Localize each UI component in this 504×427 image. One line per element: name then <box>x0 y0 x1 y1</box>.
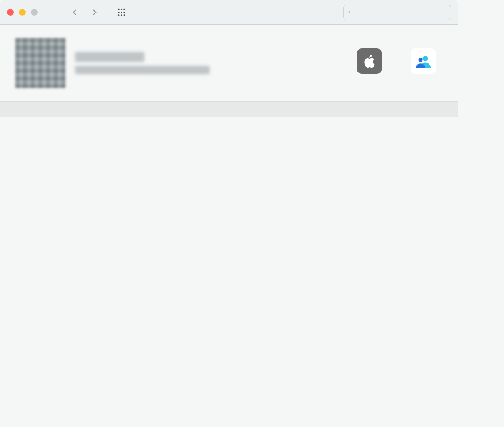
svg-point-3 <box>118 11 120 13</box>
svg-point-12 <box>418 57 422 62</box>
pref-grid-bottom <box>0 117 458 133</box>
svg-point-1 <box>121 8 122 10</box>
maximize-button[interactable] <box>31 9 38 16</box>
svg-point-8 <box>123 14 125 16</box>
user-avatar[interactable] <box>15 38 65 88</box>
family-sharing-button[interactable] <box>404 48 442 78</box>
forward-button[interactable] <box>90 8 98 16</box>
svg-point-7 <box>121 14 122 16</box>
apple-id-button[interactable] <box>350 48 389 78</box>
search-input[interactable] <box>355 8 446 17</box>
svg-point-11 <box>422 56 428 61</box>
user-name-redacted <box>75 52 144 62</box>
search-icon <box>348 8 351 16</box>
show-all-button[interactable] <box>117 8 126 17</box>
back-button[interactable] <box>71 8 79 16</box>
minimize-button[interactable] <box>19 9 26 16</box>
user-email-redacted <box>75 66 210 74</box>
user-info <box>75 52 210 74</box>
pref-grid-top <box>0 102 458 117</box>
close-button[interactable] <box>7 9 14 16</box>
family-sharing-icon <box>411 48 436 74</box>
svg-point-0 <box>118 8 120 10</box>
svg-point-6 <box>118 14 120 16</box>
system-preferences-window <box>0 0 458 385</box>
svg-point-5 <box>123 11 125 13</box>
svg-point-9 <box>349 11 350 13</box>
svg-point-2 <box>123 8 125 10</box>
nav-buttons <box>71 8 98 16</box>
search-box[interactable] <box>343 5 451 20</box>
profile-row <box>0 25 458 102</box>
svg-point-4 <box>121 11 122 13</box>
window-controls <box>7 9 38 16</box>
apple-logo-icon <box>357 48 382 74</box>
titlebar <box>0 0 458 25</box>
svg-line-10 <box>350 12 350 13</box>
